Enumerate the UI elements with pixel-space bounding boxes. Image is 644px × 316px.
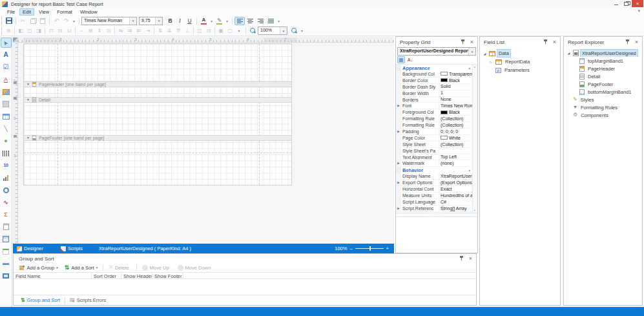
undo-button[interactable]	[52, 16, 61, 25]
property-row[interactable]: Formatting Rule (Collection)	[396, 116, 472, 122]
property-row[interactable]: Style Sheet (Collection)	[396, 142, 472, 148]
collapse-band-icon[interactable]: ▼	[26, 83, 30, 86]
align-bottoms[interactable]	[65, 26, 74, 35]
underline-button[interactable]: U	[185, 16, 194, 25]
zoom-out-button[interactable]	[248, 26, 258, 36]
chart-tool[interactable]	[1, 173, 12, 183]
category-behavior[interactable]: Behavior	[396, 167, 477, 173]
column-header[interactable]: Show Header	[121, 273, 152, 279]
separator[interactable]	[45, 27, 45, 34]
zoom-combo[interactable]: 100%	[258, 26, 287, 35]
group-sort-empty-list[interactable]	[14, 279, 476, 295]
column-header[interactable]: Show Footer	[152, 273, 183, 279]
property-row[interactable]: Style Sheet's Pa	[396, 148, 472, 154]
property-row[interactable]: Page Color White	[396, 135, 472, 142]
cut-button[interactable]	[18, 16, 28, 25]
property-value[interactable]: XtraReportUserDe...	[439, 173, 472, 179]
tree-item[interactable]: Formatting Rules	[564, 103, 642, 111]
tab-scripts[interactable]: Scripts	[57, 244, 87, 253]
tree-item[interactable]: PageHeader	[564, 65, 642, 72]
collapse-band-icon[interactable]: ▼	[26, 98, 30, 101]
size-to-grid[interactable]	[86, 26, 95, 35]
panel-tool[interactable]	[1, 99, 12, 109]
property-row[interactable]: Measure Units Hundredths of an I...	[396, 193, 472, 199]
shape-tool[interactable]	[1, 136, 12, 146]
align-middles[interactable]	[56, 26, 65, 35]
zoom-slider[interactable]	[355, 248, 384, 249]
tree-item[interactable]: Parameters	[480, 66, 560, 74]
alphabetical-sort-button[interactable]	[406, 56, 414, 63]
align-tops[interactable]	[47, 26, 56, 35]
delete-button[interactable]: Delete	[106, 264, 133, 271]
property-value[interactable]: 1	[439, 90, 472, 96]
toolbar-grip[interactable]	[1, 27, 2, 35]
property-value[interactable]: Solid	[439, 84, 472, 90]
property-row[interactable]: Border Dash Sty Solid	[396, 84, 472, 90]
collapse-icon[interactable]	[468, 66, 470, 70]
label-tool[interactable]	[1, 50, 12, 60]
font-name-dropdown[interactable]	[129, 17, 136, 25]
italic-button[interactable]: I	[175, 16, 185, 25]
zoom-dropdown[interactable]	[299, 26, 305, 36]
menu-item[interactable]: File	[4, 8, 18, 16]
align-to-grid[interactable]	[4, 26, 13, 35]
property-row[interactable]: Borders None	[396, 97, 472, 103]
separator[interactable]	[193, 27, 194, 34]
property-value[interactable]: (none)	[439, 160, 472, 166]
font-size-dropdown[interactable]	[155, 17, 162, 25]
center-horizontally[interactable]	[195, 26, 204, 35]
tab-group-and-sort[interactable]: Group and Sort	[17, 297, 63, 303]
pivot-grid-tool[interactable]	[1, 209, 12, 220]
dropdown[interactable]	[234, 26, 244, 35]
tab-designer[interactable]: Designer	[13, 244, 47, 253]
close-icon[interactable]	[553, 39, 556, 45]
separator[interactable]	[14, 27, 15, 34]
h-spacing-equal[interactable]	[116, 26, 125, 35]
menu-overflow-chevron-icon[interactable]	[638, 8, 640, 14]
restore-button[interactable]	[621, 0, 632, 7]
horizontal-ruler[interactable]: 1234567	[18, 37, 394, 43]
property-row[interactable]: ▶ Script Referenc String[] Array	[396, 205, 472, 212]
column-header[interactable]: Field Name	[14, 273, 92, 279]
tab-scripts-errors[interactable]: Scripts Errors	[67, 297, 109, 303]
align-rights[interactable]	[34, 26, 43, 35]
property-value[interactable]: None	[439, 97, 472, 103]
redo-button[interactable]	[61, 16, 71, 25]
cross-band-box-tool[interactable]	[1, 271, 12, 281]
align-justify-button[interactable]	[265, 17, 276, 25]
zoom-slider-thumb[interactable]	[369, 246, 371, 251]
font-color-dropdown[interactable]	[209, 16, 214, 25]
close-icon[interactable]	[635, 39, 638, 45]
send-to-back[interactable]	[225, 26, 234, 35]
pagefooter-band-header[interactable]: ▼ PageFooter [one band per page]	[24, 135, 291, 141]
bar-separator[interactable]	[87, 244, 96, 253]
zoom-combo-dropdown[interactable]	[280, 27, 287, 34]
alignment-dropdown[interactable]	[276, 16, 282, 25]
property-value[interactable]: (Collection)	[439, 122, 472, 128]
picture-box-tool[interactable]	[1, 87, 12, 97]
save-button[interactable]	[4, 16, 14, 25]
property-row[interactable]: Display Name XtraReportUserDe...	[396, 173, 472, 180]
scrollbar[interactable]	[472, 65, 477, 213]
property-row[interactable]: Formatting Rule (Collection)	[396, 122, 472, 129]
table-tool[interactable]	[1, 111, 12, 121]
collapse-icon[interactable]	[468, 168, 470, 172]
property-row[interactable]: Border Width 1	[396, 90, 472, 97]
cross-band-line-tool[interactable]	[1, 258, 12, 269]
twisty-icon[interactable]: ▷	[489, 60, 493, 64]
tabs-separator[interactable]	[65, 297, 65, 304]
highlight-color-button[interactable]	[214, 16, 224, 25]
v-spacing-increase[interactable]	[165, 26, 174, 35]
center-vertically[interactable]	[204, 26, 213, 35]
tree-item[interactable]: Detail	[564, 72, 642, 80]
h-spacing-decrease[interactable]	[134, 26, 143, 35]
expand-icon[interactable]: ▶	[397, 207, 399, 210]
property-value[interactable]: C#	[439, 199, 472, 205]
check-box-tool[interactable]	[1, 62, 12, 72]
bar-separator[interactable]	[47, 244, 57, 253]
zip-code-tool[interactable]	[1, 160, 12, 171]
property-value[interactable]: (Collection)	[439, 142, 472, 147]
property-row[interactable]: Background Col Transparent	[396, 71, 472, 78]
selected-object-dropdown[interactable]	[468, 48, 475, 55]
tree-item[interactable]: ◢ Data	[480, 49, 560, 58]
